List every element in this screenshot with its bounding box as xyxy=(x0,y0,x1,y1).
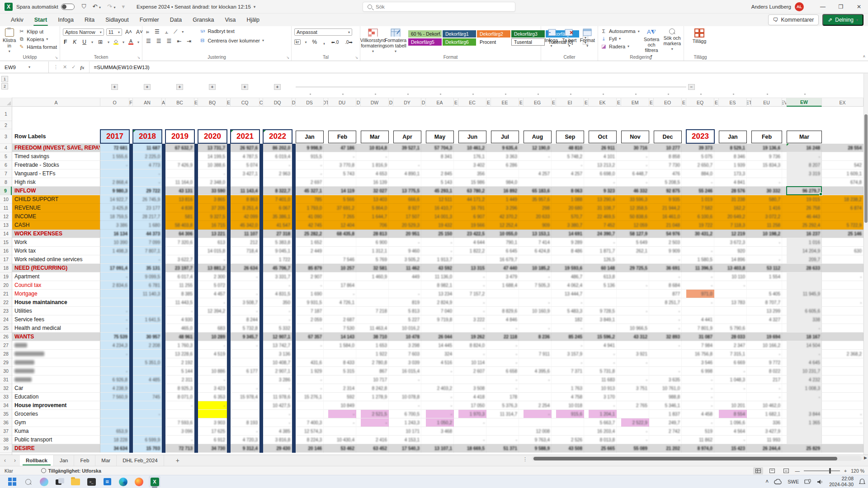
grid-cell[interactable] xyxy=(162,350,165,358)
grid-cell[interactable] xyxy=(194,384,198,393)
grid-cell[interactable]: - xyxy=(491,350,519,358)
row-header-12[interactable]: 12 xyxy=(0,212,12,221)
grid-cell[interactable]: - xyxy=(751,255,782,264)
grid-cell[interactable] xyxy=(584,264,589,272)
redo-icon[interactable]: ↷ ▾ xyxy=(107,3,116,10)
grid-cell[interactable] xyxy=(356,238,361,247)
grid-cell[interactable] xyxy=(198,410,227,418)
grid-cell[interactable]: 25 146 xyxy=(822,230,863,238)
grid-cell[interactable] xyxy=(747,427,751,436)
grid-cell[interactable]: 8 707,7 xyxy=(751,298,782,307)
grid-cell[interactable] xyxy=(519,238,524,247)
grid-cell[interactable]: - xyxy=(263,418,292,427)
grid-cell[interactable] xyxy=(519,410,524,418)
grid-cell[interactable]: 2 845 xyxy=(426,169,454,178)
grid-cell[interactable]: 10 761,0 xyxy=(654,384,682,393)
grid-cell[interactable]: 28 033 xyxy=(719,333,747,341)
grid-cell[interactable] xyxy=(584,324,589,333)
grid-cell[interactable]: 6 698,0 xyxy=(589,169,617,178)
grid-cell[interactable] xyxy=(747,178,751,187)
grid-cell[interactable] xyxy=(421,444,426,453)
grid-cell[interactable] xyxy=(194,161,198,169)
grid-cell[interactable] xyxy=(421,212,426,221)
grid-cell[interactable]: 176,1 xyxy=(458,152,486,161)
grid-cell[interactable]: 7 401,0 xyxy=(263,195,292,204)
grid-cell[interactable] xyxy=(421,272,426,281)
grid-cell[interactable] xyxy=(324,152,328,161)
zoom-out-icon[interactable]: — xyxy=(795,468,800,474)
grid-cell[interactable]: 1 019 xyxy=(686,195,714,204)
grid-cell[interactable]: 24 390,7 xyxy=(589,230,617,238)
grid-cell[interactable]: 909 xyxy=(524,221,552,230)
grid-cell[interactable]: - xyxy=(686,418,714,427)
grid-cell[interactable] xyxy=(129,358,133,367)
grid-cell[interactable]: 39 373 xyxy=(686,144,714,152)
grid-cell[interactable] xyxy=(584,401,589,410)
grid-cell[interactable] xyxy=(719,307,747,315)
grid-cell[interactable] xyxy=(519,178,524,187)
grid-cell[interactable] xyxy=(787,178,822,187)
grid-cell[interactable] xyxy=(162,230,165,238)
grid-cell[interactable] xyxy=(324,187,328,195)
grid-cell[interactable]: 11 255 xyxy=(165,281,194,290)
grid-cell[interactable]: - xyxy=(296,375,324,384)
grid-cell[interactable]: - xyxy=(822,418,863,427)
grid-cell[interactable] xyxy=(292,410,296,418)
grid-cell[interactable]: - xyxy=(556,358,584,367)
grid-cell[interactable] xyxy=(486,169,491,178)
grid-cell[interactable] xyxy=(259,161,263,169)
grid-cell[interactable]: 25 150 xyxy=(426,230,454,238)
document-title[interactable]: Expense 2024 • Senast ändrad: tor klocka… xyxy=(137,4,255,9)
month-header-ES[interactable]: Jan xyxy=(719,131,747,143)
grid-cell[interactable]: - xyxy=(524,152,552,161)
grid-cell[interactable] xyxy=(822,401,863,410)
grid-cell[interactable] xyxy=(584,384,589,393)
grid-cell[interactable]: 7 118,3 xyxy=(719,221,747,230)
grid-cell[interactable]: 2 416 xyxy=(361,436,389,444)
row-header-9[interactable]: 9 xyxy=(0,187,12,195)
grid-cell[interactable]: - xyxy=(165,401,194,410)
grid-cell[interactable]: 26 745,9 xyxy=(133,195,162,204)
grid-cell[interactable] xyxy=(822,375,863,384)
grid-cell[interactable]: 465,0 xyxy=(165,324,194,333)
grid-cell[interactable]: 1 580,5 xyxy=(686,255,714,264)
delete-cells-button[interactable]: Ta bort▾ xyxy=(561,28,577,53)
grid-cell[interactable]: 3 039 xyxy=(393,358,421,367)
grid-cell[interactable] xyxy=(389,375,393,384)
grid-cell[interactable]: 45 327,1 xyxy=(296,187,324,195)
grid-cell[interactable] xyxy=(162,307,165,315)
grid-cell[interactable]: 8 554 xyxy=(719,410,747,418)
grid-cell[interactable] xyxy=(356,212,361,221)
grid-cell[interactable] xyxy=(649,298,654,307)
grid-cell[interactable] xyxy=(454,358,458,367)
grid-cell[interactable] xyxy=(524,290,552,298)
grid-cell[interactable]: 4 153,1 xyxy=(393,436,421,444)
grid-cell[interactable] xyxy=(486,436,491,444)
grid-cell[interactable] xyxy=(714,264,719,272)
grid-cell[interactable]: - xyxy=(524,375,552,384)
grid-cell[interactable]: 5 227 xyxy=(393,315,421,324)
row-label-cell[interactable]: WANTS xyxy=(12,333,100,341)
grid-cell[interactable] xyxy=(393,281,421,290)
grid-cell[interactable] xyxy=(782,212,787,221)
grid-cell[interactable]: 10 427,5 xyxy=(263,401,292,410)
grid-cell[interactable] xyxy=(649,161,654,169)
row-label-cell[interactable]: Utilities xyxy=(12,307,100,315)
grid-cell[interactable] xyxy=(324,375,328,384)
grid-cell[interactable]: - xyxy=(393,290,421,298)
grid-cell[interactable]: 2 687 xyxy=(328,315,356,324)
grid-cell[interactable]: - xyxy=(133,410,162,418)
grid-cell[interactable] xyxy=(714,187,719,195)
grid-cell[interactable] xyxy=(519,161,524,169)
grid-cell[interactable]: 476 xyxy=(654,169,682,178)
grid-cell[interactable] xyxy=(747,384,751,393)
grid-cell[interactable] xyxy=(519,341,524,350)
grid-cell[interactable]: 31 108,7 xyxy=(589,204,617,212)
grid-cell[interactable] xyxy=(454,230,458,238)
close-button[interactable]: ✕ xyxy=(850,0,868,14)
grid-cell[interactable] xyxy=(194,247,198,255)
grid-cell[interactable] xyxy=(486,315,491,324)
grid-cell[interactable]: 63 452 xyxy=(361,444,389,453)
grid-cell[interactable] xyxy=(552,410,556,418)
grid-cell[interactable] xyxy=(227,238,231,247)
